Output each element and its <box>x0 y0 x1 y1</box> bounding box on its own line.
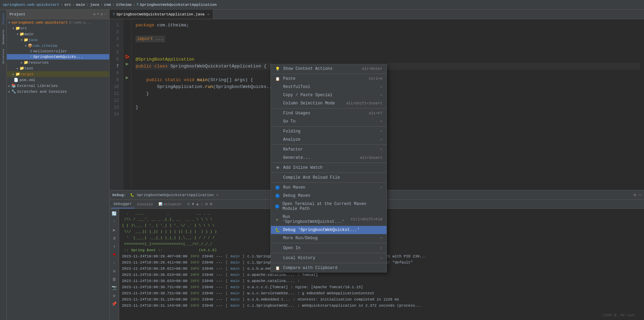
menu-run-maven[interactable]: 🔵 Run Maven › <box>271 183 387 192</box>
breadcrumb-src[interactable]: src <box>64 3 71 7</box>
menu-show-context-actions[interactable]: 💡 Show Context Actions Alt+Enter <box>271 65 387 73</box>
menu-run-app[interactable]: ▶ Run 'SpringbootWebQuickst...' Ctrl+Shi… <box>271 213 387 226</box>
tree-main-class[interactable]: C SpringbootWebQuicks... <box>7 54 109 60</box>
tree-pom[interactable]: 📄 pom.xml <box>7 77 109 83</box>
menu-shortcut-generate: Alt+Insert <box>360 156 382 160</box>
tool-btn-settings[interactable]: ⚙ <box>111 268 118 274</box>
toolbar-icon-grid[interactable]: ⊞ <box>210 202 212 207</box>
import-block[interactable]: import ... <box>136 36 165 42</box>
log-bracket-8b: ] <box>242 296 245 303</box>
root-label: springboot-web-quickstart <box>11 21 68 25</box>
banner-text-1: . ____ _ __ _ _ <box>122 210 210 216</box>
sidebar-icon-project[interactable]: Project <box>1 11 5 27</box>
menu-restful-tool[interactable]: RestfulTool › <box>271 83 387 91</box>
tool-btn-camera[interactable]: 📷 <box>111 284 118 291</box>
log-pid-5: 23940 <box>202 278 213 284</box>
menu-copy-paste-special[interactable]: Copy / Paste Special › <box>271 91 387 99</box>
menu-compare-clipboard[interactable]: 📋 Compare with Clipboard <box>271 264 387 272</box>
tree-java[interactable]: ▾ 📁 java <box>7 37 109 43</box>
tree-main[interactable]: ▾ 📁 main <box>7 31 109 37</box>
tab-close-btn[interactable]: ✕ <box>207 12 209 16</box>
sidebar-icon-bookmarks[interactable]: Bookmarks <box>1 27 5 46</box>
tab-actuator[interactable]: 📊 Actuator <box>156 200 185 208</box>
menu-compile-reload[interactable]: Compile And Reload File <box>271 174 387 182</box>
menu-label-show-context-actions: Show Context Actions <box>283 66 332 71</box>
debug-minimize-icon[interactable]: — <box>639 193 641 197</box>
breadcrumb-class[interactable]: C SpringbootWebQuickstartApplication <box>137 3 216 7</box>
settings-icon[interactable]: ⚙ <box>101 12 103 16</box>
tree-src[interactable]: ▾ 📁 src <box>7 25 109 31</box>
ln-12: 12 <box>110 97 121 104</box>
breadcrumb-itheima[interactable]: itheima <box>116 3 132 7</box>
tool-btn-pause[interactable]: ⏸ <box>111 235 118 242</box>
debug-settings-icon[interactable]: ⚙ <box>634 192 636 197</box>
context-actions-icon: 💡 <box>275 67 280 71</box>
tool-btn-delete[interactable]: 🗑 <box>111 276 118 283</box>
ln-14: 14 <box>110 111 121 118</box>
tree-root[interactable]: ▾ springboot-web-quickstart D:\web-p... <box>7 20 109 25</box>
menu-debug-maven[interactable]: 🔵 Debug Maven <box>271 192 387 200</box>
tool-btn-play[interactable]: ▶ <box>111 227 118 233</box>
gutter-14 <box>123 108 131 115</box>
run-icon-9[interactable]: ▶ <box>126 75 128 80</box>
tool-btn-up[interactable]: ↑ <box>111 218 118 225</box>
menu-open-terminal[interactable]: 🔵 Open Terminal at the Current Maven Mod… <box>271 200 387 213</box>
tree-target[interactable]: ▸ 📁 target <box>7 71 109 77</box>
toolbar-icon-down[interactable]: ▼ <box>192 202 194 207</box>
menu-more-run-debug[interactable]: More Run/Debug › <box>271 234 387 242</box>
menu-refactor[interactable]: Refactor › <box>271 145 387 154</box>
breadcrumb-com[interactable]: com <box>104 3 111 7</box>
tool-btn-pin[interactable]: 📌 <box>111 300 118 307</box>
menu-column-selection[interactable]: Column Selection Mode Alt+Shift+Insert <box>271 99 387 107</box>
menu-label-debug-app: Debug 'SpringbootWebQuickst...' <box>283 228 359 232</box>
breadcrumb-project[interactable]: springboot-web-quickstart <box>3 3 59 7</box>
menu-paste[interactable]: 📋 Paste Ctrl+V <box>271 75 387 83</box>
log-pid-7: 23940 <box>202 290 213 296</box>
tree-test[interactable]: ▸ 📁 test <box>7 65 109 71</box>
toolbar-icon-up[interactable]: ▲ <box>196 202 199 207</box>
tab-debugger[interactable]: Debugger <box>111 200 135 208</box>
gutter-7[interactable]: ▶ <box>123 60 131 67</box>
close-panel-icon[interactable]: — <box>104 12 106 16</box>
log-dash-5: --- <box>216 278 223 284</box>
log-level-6: INFO <box>190 284 199 290</box>
tree-scratches[interactable]: ▸ 🔧 Scratches and Consoles <box>7 89 109 94</box>
log-bracket-9b: ] <box>242 303 245 309</box>
menu-analyze[interactable]: Analyze › <box>271 136 387 144</box>
tree-ext-libs[interactable]: ▸ 📚 External Libraries <box>7 83 109 89</box>
menu-label-analyze: Analyze <box>283 137 300 142</box>
menu-open-in[interactable]: Open In › <box>271 244 387 252</box>
menu-find-usages[interactable]: Find Usages Alt+F7 <box>271 109 387 117</box>
breadcrumb-main[interactable]: main <box>76 3 85 7</box>
debug-close-btn[interactable]: ✕ <box>216 193 218 197</box>
tool-btn-down[interactable]: ↓ <box>111 259 118 266</box>
tool-btn-stop[interactable]: ■ <box>111 251 118 258</box>
tool-btn-gear2[interactable]: ⚙ <box>111 292 118 299</box>
fn-run: run <box>205 84 213 90</box>
tree-hello-controller[interactable]: C HelloController <box>7 49 109 54</box>
toolbar-icon-step-over[interactable]: ↓ <box>201 202 203 207</box>
run-icon-7[interactable]: ▶ <box>126 61 128 67</box>
log-pid-3: 23940 <box>202 266 213 272</box>
menu-generate[interactable]: Generate... Alt+Insert <box>271 154 387 162</box>
menu-add-inline-watch[interactable]: 👁 Add Inline Watch <box>271 164 387 172</box>
expand-all-icon[interactable]: ⊕ <box>93 12 96 16</box>
code-content[interactable]: package com.itheima; import ... @SpringB… <box>131 19 644 190</box>
tree-resources[interactable]: ▸ 📁 resources <box>7 60 109 65</box>
collapse-all-icon[interactable]: ≡ <box>97 12 99 16</box>
tab-main-class[interactable]: C SpringbootWebQuickstartApplication.jav… <box>110 10 213 19</box>
tool-btn-refresh[interactable]: 🔄 <box>111 210 118 217</box>
menu-folding[interactable]: Folding › <box>271 127 387 136</box>
tool-btn-step[interactable]: ⬇ <box>111 243 118 250</box>
menu-debug-app[interactable]: 🐛 Debug 'SpringbootWebQuickst...' <box>271 226 387 234</box>
gutter-9[interactable]: ▶ <box>123 74 131 81</box>
log-time-3: 2023-11-24T10:06:29.621+08:00 <box>122 266 187 272</box>
breadcrumb-java[interactable]: java <box>90 3 99 7</box>
sidebar-icon-structure[interactable]: Structure <box>1 47 5 66</box>
tree-package[interactable]: ▾ 📦 com.itheima <box>7 43 109 49</box>
menu-go-to[interactable]: Go To › <box>271 117 387 126</box>
toolbar-icon-1[interactable]: ≡ <box>187 202 190 207</box>
tab-console[interactable]: Console <box>135 200 156 208</box>
toolbar-icon-table[interactable]: ⊟ <box>205 202 208 207</box>
menu-local-history[interactable]: Local History › <box>271 254 387 262</box>
